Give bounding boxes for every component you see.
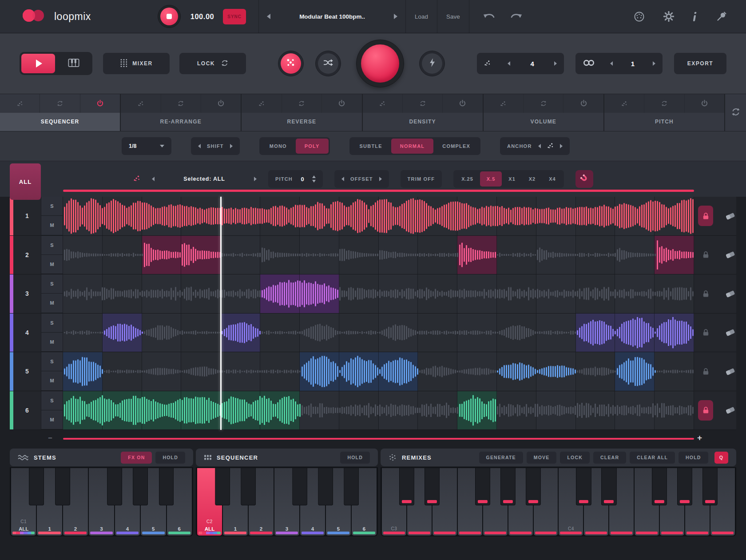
grid-cell[interactable] [260,236,300,274]
mute-button[interactable]: M [41,333,63,352]
grid-cell[interactable] [63,391,103,430]
tab-re-arrange[interactable]: RE-ARRANGE [121,94,242,131]
bpm-display[interactable]: 100.00 [190,12,214,21]
grid-cell[interactable] [379,314,418,352]
settings-gear-icon[interactable] [663,11,674,22]
grid-cell[interactable] [142,391,182,430]
grid-cell[interactable] [655,197,694,235]
grid-cell[interactable] [655,274,694,313]
sequencer-hold-button[interactable]: HOLD [340,452,370,464]
grid-cell[interactable] [379,352,418,391]
grid-cell[interactable] [576,352,615,391]
grid-cell[interactable] [497,274,536,313]
stems-black-key[interactable] [159,468,174,505]
power-icon[interactable] [443,94,482,113]
quantize-button[interactable]: Q [714,452,728,464]
grid-cell[interactable] [379,236,418,274]
grid-cell[interactable] [221,236,260,274]
remixes-black-key[interactable] [677,468,692,505]
grid-cell[interactable] [181,314,221,352]
anchor-next-button[interactable] [560,144,563,148]
undo-button[interactable] [483,12,496,21]
clear-all-button[interactable]: CLEAR ALL [630,452,675,464]
grid-cell[interactable] [497,352,536,391]
grid-cell[interactable] [181,197,221,235]
pattern-next-button[interactable] [554,61,557,66]
mute-button[interactable]: M [41,371,63,390]
grid-cell[interactable] [103,391,142,430]
tab-label[interactable]: SEQUENCER [0,113,120,131]
remixes-black-key[interactable] [525,468,540,505]
anchor-prev-button[interactable] [538,144,541,148]
generate-button[interactable]: GENERATE [479,452,523,464]
tab-reverse[interactable]: REVERSE [242,94,362,131]
power-icon[interactable] [201,94,241,113]
solo-button[interactable]: S [41,352,63,371]
grid-cell[interactable] [142,236,182,274]
grid-cell[interactable] [576,314,615,352]
grid-cell[interactable] [63,236,103,274]
remixes-black-key[interactable] [425,468,440,505]
grid-cell[interactable] [63,197,103,235]
trigger-button[interactable] [419,51,445,76]
grid-cell[interactable] [576,197,615,235]
grid-cell[interactable] [379,274,418,313]
grid-cell[interactable] [418,314,457,352]
grid-cell[interactable] [221,314,260,352]
grid-cell[interactable] [300,236,339,274]
grid-cell[interactable] [221,197,260,235]
randomize-icon[interactable] [121,94,161,113]
midi-icon[interactable] [634,11,645,22]
mixer-button[interactable]: MIXER [103,53,170,74]
magnet-snap-button[interactable] [575,170,593,188]
stems-black-key[interactable] [29,468,44,505]
remixes-black-key[interactable] [475,468,490,505]
lock-button[interactable]: LOCK [179,53,246,74]
grid-cell[interactable] [103,274,142,313]
grid-cell[interactable] [497,236,536,274]
remixes-black-key[interactable] [601,468,616,505]
solo-button[interactable]: S [41,391,63,410]
row-lock-button[interactable] [698,400,713,421]
poly-button[interactable]: POLY [296,139,329,154]
selected-next-button[interactable] [254,177,257,181]
grid-cell[interactable] [300,197,339,235]
grid-cell[interactable] [615,236,655,274]
sequencer-black-key[interactable] [318,468,333,505]
normal-button[interactable]: NORMAL [391,139,433,154]
randomize-icon[interactable] [242,94,282,113]
tab-label[interactable]: REVERSE [242,113,361,131]
mute-button[interactable]: M [41,216,63,235]
speed-x5-button[interactable]: X.5 [480,171,502,187]
shift-left-button[interactable] [198,144,201,148]
grid-cell[interactable] [615,197,655,235]
randomize-icon[interactable] [363,94,403,113]
grid-cell[interactable] [142,274,182,313]
loop-position-bar[interactable] [63,190,694,192]
refresh-icon[interactable] [644,94,684,113]
refresh-icon[interactable] [40,94,80,113]
tab-label[interactable]: VOLUME [484,113,603,131]
grid-cell[interactable] [497,314,536,352]
power-icon[interactable] [685,94,724,113]
grid-cell[interactable] [615,391,655,430]
info-icon[interactable] [693,12,698,22]
sync-button[interactable]: SYNC [223,9,246,24]
grid-cell[interactable] [536,197,576,235]
grid-cell[interactable] [418,197,457,235]
rate-select[interactable]: 1/8 [122,137,171,155]
zoom-in-button[interactable]: + [697,433,702,443]
grid-cell[interactable] [339,352,379,391]
remixes-black-key[interactable] [399,468,414,505]
sequencer-black-key[interactable] [215,468,230,505]
grid-cell[interactable] [181,236,221,274]
subtle-button[interactable]: SUBTLE [351,139,391,154]
row-lock-button[interactable] [698,322,713,343]
solo-button[interactable]: S [41,274,63,294]
grid-cell[interactable] [418,391,457,430]
mute-button[interactable]: M [41,255,63,274]
grid-cell[interactable] [260,391,300,430]
grid-cell[interactable] [181,391,221,430]
randomize-icon[interactable] [484,94,524,113]
tab-pitch[interactable]: PITCH [604,94,725,131]
